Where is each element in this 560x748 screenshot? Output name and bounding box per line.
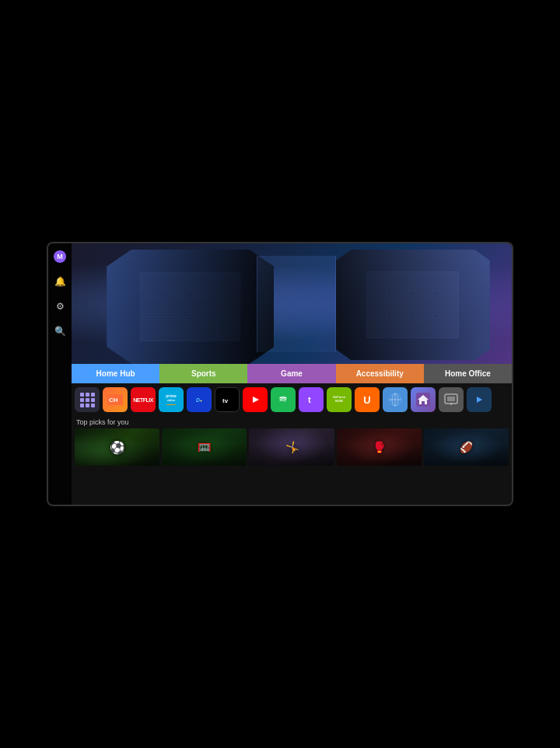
pick-item-1[interactable]: ⚽	[75, 428, 159, 466]
hero-banner	[72, 243, 512, 364]
utomik-app[interactable]: U	[355, 387, 380, 412]
top-picks-label: Top picks for you	[72, 416, 512, 428]
tab-accessibility[interactable]: Accessibility	[336, 364, 424, 383]
tab-sports[interactable]: Sports	[159, 364, 247, 383]
smart-home-app[interactable]	[411, 387, 436, 412]
sidebar: M 🔔 ⚙ 🔍	[48, 243, 72, 505]
apple-tv-app[interactable]: tv	[215, 387, 240, 412]
prime-video-app[interactable]: prime video	[159, 387, 184, 412]
pick-item-2[interactable]: 🥅	[162, 428, 247, 466]
apps-grid-button[interactable]	[75, 387, 100, 412]
apps-row: CH NETFLIX prime video D+ tv	[72, 383, 512, 416]
tab-home-hub[interactable]: Home Hub	[72, 364, 159, 383]
screen-share-app[interactable]	[439, 387, 464, 412]
picks-row: ⚽ 🥅 🤸	[72, 428, 512, 466]
geforce-now-app[interactable]: GeForce NOW	[327, 387, 352, 412]
notification-icon[interactable]: 🔔	[53, 274, 67, 288]
twitch-app[interactable]: t	[299, 387, 324, 412]
tab-game[interactable]: Game	[247, 364, 335, 383]
lg-channels-app[interactable]: CH	[103, 387, 128, 412]
youtube-app[interactable]	[243, 387, 268, 412]
pick-item-4[interactable]: 🥊	[337, 428, 422, 466]
tab-home-office[interactable]: Home Office	[424, 364, 512, 383]
search-icon[interactable]: 🔍	[53, 324, 67, 338]
browser-app[interactable]	[383, 387, 408, 412]
netflix-app[interactable]: NETFLIX	[131, 387, 156, 412]
pick-item-3[interactable]: 🤸	[249, 428, 334, 466]
spotify-app[interactable]	[271, 387, 296, 412]
pick-item-5[interactable]: 🏈	[424, 428, 509, 466]
top-picks-section: Top picks for you ⚽ 🥅	[72, 416, 512, 505]
main-content: Home Hub Sports Game Accessibility Home …	[72, 243, 512, 505]
avatar[interactable]: M	[53, 250, 67, 264]
more-apps-button[interactable]	[467, 387, 492, 412]
svg-rect-15	[447, 397, 455, 401]
svg-rect-6	[304, 393, 318, 407]
svg-text:CH: CH	[109, 397, 118, 404]
svg-point-5	[276, 393, 290, 407]
svg-text:tv: tv	[222, 397, 229, 404]
svg-text:t: t	[308, 395, 311, 404]
disney-plus-app[interactable]: D+	[187, 387, 212, 412]
tv-frame: M 🔔 ⚙ 🔍	[47, 242, 513, 506]
settings-icon[interactable]: ⚙	[53, 299, 67, 313]
nav-bar: Home Hub Sports Game Accessibility Home …	[72, 364, 512, 383]
